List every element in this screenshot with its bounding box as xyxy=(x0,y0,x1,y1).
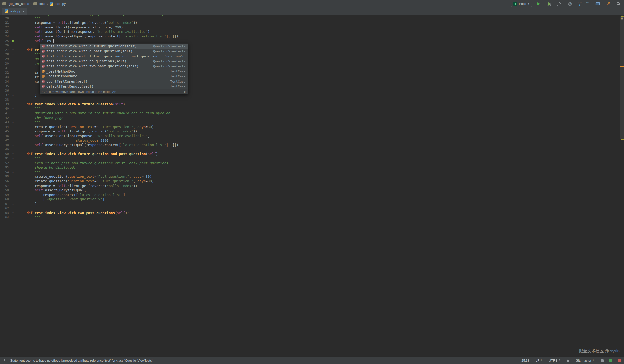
completion-item[interactable]: mtest_index_view_with_no_questions(self)… xyxy=(40,59,188,64)
code-line[interactable]: 55 create_question(question_text="Past q… xyxy=(0,174,619,179)
run-button[interactable] xyxy=(536,1,541,7)
tab-tests-py[interactable]: tests.py × xyxy=(2,8,27,15)
error-stripe-mark[interactable] xyxy=(621,139,624,140)
error-stripe-mark[interactable] xyxy=(620,66,624,68)
code-line[interactable]: 23 self.assertContains(response, "No pol… xyxy=(0,29,619,34)
completion-item[interactable]: f_testMethodDocTestCase xyxy=(40,69,188,74)
code-line[interactable]: 24 self.assertQuerysetEqual(response.con… xyxy=(0,34,619,39)
code-line[interactable]: 38 xyxy=(0,97,619,102)
code-line[interactable]: 57 response = self.client.get(reverse('p… xyxy=(0,183,619,188)
code-line[interactable]: 21 response = self.client.get(reverse('p… xyxy=(0,21,619,25)
code-text: response = self.client.get(reverse('poll… xyxy=(17,183,137,188)
code-line[interactable]: 20▴ """ xyxy=(0,16,619,21)
line-separator-selector[interactable]: LF⇕ xyxy=(536,359,542,362)
code-line[interactable]: 53 should be displayed. xyxy=(0,165,619,170)
fold-icon[interactable]: ▾ xyxy=(9,156,17,161)
fold-icon[interactable]: ▾ xyxy=(9,211,17,215)
gutter-space xyxy=(9,147,17,152)
code-line[interactable]: 47 status_code=200) xyxy=(0,138,619,143)
search-everywhere-button[interactable] xyxy=(616,1,622,7)
code-line[interactable]: 25 self.test xyxy=(0,39,619,43)
code-line[interactable]: 48▴ self.assertQuerysetEqual(response.co… xyxy=(0,143,619,147)
fold-icon[interactable]: ▾ xyxy=(9,52,17,57)
fold-icon[interactable]: ▴ xyxy=(9,16,17,21)
run-config-selector[interactable]: dj Polls ▼ xyxy=(511,1,532,7)
code-line[interactable]: 60 ['<Question: Past question.>'] xyxy=(0,197,619,202)
tab-list-icon[interactable] xyxy=(618,8,621,15)
error-stripe-mark[interactable] xyxy=(621,16,624,17)
code-line[interactable]: 50▾ def test_index_view_with_future_ques… xyxy=(0,152,619,156)
code-line[interactable]: 46 self.assertContains(response, "No pol… xyxy=(0,134,619,138)
code-text: ['<Question: Past question.>'] xyxy=(17,197,104,202)
fold-icon[interactable]: ▾ xyxy=(9,152,17,156)
code-line[interactable]: 58 self.assertQuerysetEqual( xyxy=(0,188,619,193)
hector-icon[interactable] xyxy=(601,359,604,362)
vcs-update-button[interactable]: VCS ↓ xyxy=(577,1,581,6)
code-line[interactable]: 64▾ """ xyxy=(0,215,619,220)
breadcrumb: djtp_first_steps › polls › tests.py xyxy=(2,2,66,6)
code-line[interactable]: 44 create_question(question_text="Future… xyxy=(0,125,619,129)
completion-item[interactable]: mdefaultTestResult(self)TestCase xyxy=(40,84,188,89)
git-branch-widget[interactable]: Git: master⇕ xyxy=(576,359,594,362)
hint-link[interactable]: >> xyxy=(112,90,116,93)
completion-item[interactable]: mcountTestCases(self)TestCase xyxy=(40,79,188,84)
code-line[interactable]: 42 the index page. xyxy=(0,116,619,120)
breadcrumb-item-polls[interactable]: polls xyxy=(33,2,45,6)
event-log-icon[interactable] xyxy=(609,359,612,362)
code-line[interactable]: 62 xyxy=(0,206,619,211)
completion-item[interactable]: mtest_index_view_with_a_past_question(se… xyxy=(40,49,188,54)
fold-icon[interactable]: ▴ xyxy=(9,202,17,206)
completion-item[interactable]: mtest_index_view_with_future_question_an… xyxy=(40,54,188,59)
code-line[interactable]: 61▴ ) xyxy=(0,202,619,206)
code-line[interactable]: 43▴ """ xyxy=(0,120,619,125)
fold-icon[interactable]: ▾ xyxy=(9,106,17,111)
breadcrumb-item-project[interactable]: djtp_first_steps xyxy=(2,2,29,6)
fold-icon[interactable]: ▾ xyxy=(9,215,17,220)
completion-item[interactable]: mtest_index_view_with_two_past_questions… xyxy=(40,64,188,69)
fold-icon[interactable]: ▴ xyxy=(9,120,17,125)
code-line[interactable]: 52 Even if both past and future question… xyxy=(0,161,619,166)
debug-button[interactable] xyxy=(546,1,552,7)
code-line[interactable]: 63▾ def test_index_view_with_two_past_qu… xyxy=(0,211,619,215)
code-line[interactable]: 45 response = self.client.get(reverse('p… xyxy=(0,129,619,134)
code-text xyxy=(17,43,18,48)
line-number: 39 xyxy=(0,102,9,107)
status-bar: Statement seems to have no effect. Unres… xyxy=(0,356,624,364)
code-line[interactable]: 56 create_question(question_text="Future… xyxy=(0,179,619,183)
encoding-selector[interactable]: UTF-8⇕ xyxy=(549,359,561,362)
toolwindow-toggle-icon[interactable] xyxy=(3,359,7,362)
intention-marker-icon[interactable] xyxy=(12,40,14,42)
gutter-marker-icon[interactable] xyxy=(9,39,17,43)
code-line[interactable]: 51▾ """ xyxy=(0,156,619,161)
coverage-button[interactable] xyxy=(556,1,562,7)
caret-position[interactable]: 25:18 xyxy=(521,359,529,362)
fold-icon[interactable]: ▾ xyxy=(9,102,17,107)
gutter-space xyxy=(9,34,17,39)
fold-icon[interactable]: ▴ xyxy=(9,170,17,175)
code-line[interactable]: 59 response.context['latest_question_lis… xyxy=(0,193,619,197)
changes-button[interactable] xyxy=(595,1,601,7)
code-line[interactable]: 22 self.assertEqual(response.status_code… xyxy=(0,25,619,30)
code-editor[interactable]: If no questions exist, an appropriate me… xyxy=(0,15,624,356)
vcs-commit-button[interactable]: VCS ↑ xyxy=(586,1,590,6)
fold-icon[interactable]: ▴ xyxy=(9,93,17,98)
completion-item[interactable]: mtest_index_view_with_a_future_question(… xyxy=(40,44,188,49)
completion-item[interactable]: f_testMethodNameTestCase xyxy=(40,74,188,79)
code-text: Questions with a pub_date in the future … xyxy=(17,111,170,116)
line-number: 58 xyxy=(0,188,9,193)
notification-icon[interactable] xyxy=(618,359,621,362)
scrollbar-thumb[interactable] xyxy=(620,15,624,140)
lock-icon[interactable] xyxy=(567,360,570,362)
code-line[interactable]: 49 xyxy=(0,147,619,152)
fold-icon[interactable]: ▾ xyxy=(9,48,17,52)
code-text: Qu xyxy=(17,57,39,61)
close-tab-icon[interactable]: × xyxy=(23,9,25,13)
rollback-button[interactable]: ↺ xyxy=(605,1,611,7)
code-line[interactable]: 54▴ """ xyxy=(0,170,619,175)
code-line[interactable]: 41 Questions with a pub_date in the futu… xyxy=(0,111,619,116)
code-line[interactable]: 40▾ """ xyxy=(0,106,619,111)
fold-icon[interactable]: ▴ xyxy=(9,143,17,147)
code-line[interactable]: 39▾ def test_index_view_with_a_future_qu… xyxy=(0,102,619,107)
breadcrumb-item-tests-py[interactable]: tests.py xyxy=(50,2,66,6)
profiler-button[interactable] xyxy=(567,1,573,7)
